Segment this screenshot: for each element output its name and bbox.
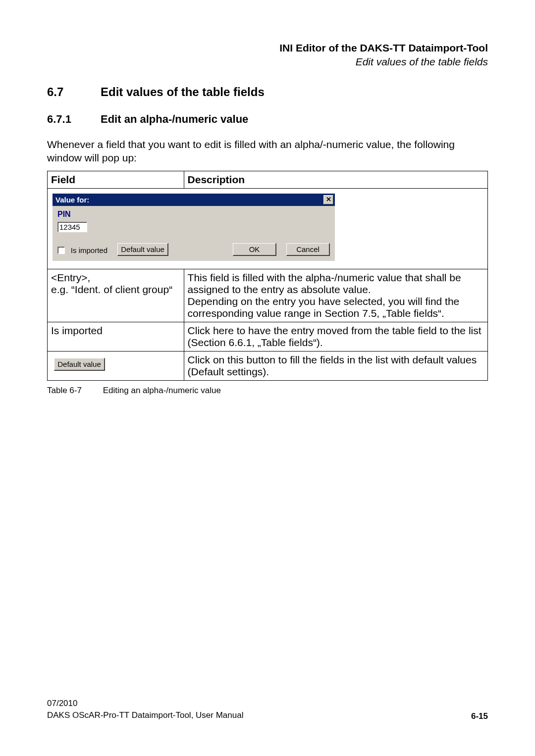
page-header-subtitle: Edit values of the table fields bbox=[47, 56, 488, 68]
row-description: Click on this button to fill the fields … bbox=[184, 351, 487, 380]
table-header-field: Field bbox=[48, 171, 184, 188]
row-description: This field is filled with the alpha-/num… bbox=[184, 269, 487, 322]
table-row: Default value Click on this button to fi… bbox=[48, 351, 488, 380]
table-caption: Table 6-7 Editing an alpha-/numeric valu… bbox=[47, 386, 488, 396]
footer-doc: DAKS OScAR-Pro-TT Dataimport-Tool, User … bbox=[47, 709, 243, 721]
page-header-title: INI Editor of the DAKS-TT Dataimport-Too… bbox=[47, 42, 488, 54]
section-number: 6.7 bbox=[47, 85, 101, 99]
row-field: <Entry>, e.g. “Ident. of client group“ bbox=[48, 269, 184, 322]
ok-button[interactable]: OK bbox=[233, 243, 276, 256]
intro-paragraph: Whenever a field that you want to edit i… bbox=[47, 138, 488, 165]
footer-date: 07/2010 bbox=[47, 698, 243, 709]
subsection-title: Edit an alpha-/numeric value bbox=[101, 113, 248, 126]
section-title: Edit values of the table fields bbox=[101, 85, 265, 99]
value-for-dialog: Value for: ✕ PIN 12345 Is imported Defau… bbox=[53, 194, 335, 261]
dialog-title: Value for: bbox=[55, 196, 89, 204]
row-description: Click here to have the entry moved from … bbox=[184, 322, 487, 351]
dialog-pin-input[interactable]: 12345 bbox=[57, 222, 87, 232]
checkbox-icon bbox=[57, 247, 65, 254]
is-imported-label: Is imported bbox=[71, 246, 107, 254]
cancel-button[interactable]: Cancel bbox=[286, 243, 330, 256]
is-imported-checkbox[interactable]: Is imported bbox=[57, 244, 107, 255]
subsection-number: 6.7.1 bbox=[47, 113, 101, 126]
table-header-description: Description bbox=[184, 171, 487, 188]
footer-page: 6-15 bbox=[471, 711, 488, 721]
field-description-table: Field Description Value for: ✕ PIN 12345 bbox=[47, 171, 488, 381]
caption-number: Table 6-7 bbox=[47, 386, 101, 396]
close-icon[interactable]: ✕ bbox=[323, 195, 333, 204]
caption-text: Editing an alpha-/numeric value bbox=[103, 386, 221, 395]
table-row: Is imported Click here to have the entry… bbox=[48, 322, 488, 351]
dialog-field-label: PIN bbox=[57, 210, 330, 219]
default-value-button[interactable]: Default value bbox=[117, 243, 168, 256]
row-field: Is imported bbox=[48, 322, 184, 351]
default-value-button-cell[interactable]: Default value bbox=[54, 358, 105, 371]
table-row: <Entry>, e.g. “Ident. of client group“ T… bbox=[48, 269, 488, 322]
